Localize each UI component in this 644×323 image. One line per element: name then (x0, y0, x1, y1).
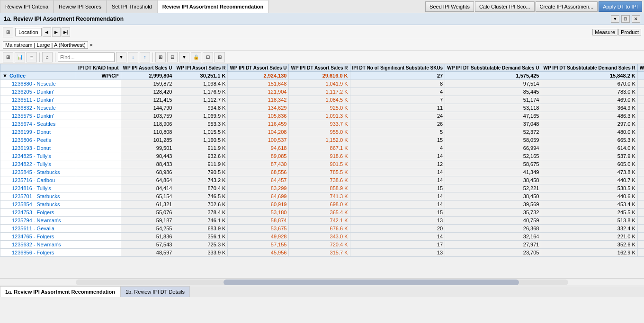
cell-name: 1234825 - Tully's (0, 152, 76, 160)
cell-value: 11 (350, 104, 445, 112)
horizontal-scrollbar[interactable] (0, 278, 644, 286)
cell-name: 1236511 - Dunkin' (0, 96, 76, 104)
cell-value: 41,349 (445, 168, 541, 176)
product-button[interactable]: Product (618, 29, 641, 35)
divider1 (39, 52, 40, 62)
cell-value: 58,675 (445, 160, 541, 168)
col-header-3: WP IPI DT Assort Sales R (289, 64, 350, 72)
tab-review-ipi-assortment[interactable]: Review IPI Assortment Recommendation (157, 0, 269, 13)
cell-value: 27,971 (445, 241, 541, 249)
filter-tag: Mainstream | Large | A (Northwest) (3, 41, 88, 49)
bottom-tab-1b[interactable]: 1b. Review IPI DT Details (120, 286, 190, 297)
cell-value: 58,874 (228, 217, 289, 225)
section-title: 1a. Review IPI Assortment Recommendation (4, 16, 124, 22)
table-row: 1236880 - Nescafe159,8721,098.4 K151,648… (0, 80, 644, 88)
table-row: 1235845 - Starbucks68,986790.5 K68,55678… (0, 168, 644, 176)
cell-value: 2,999,804 (121, 72, 174, 80)
col-header-1: WP IPI Assort Sales R (174, 64, 228, 72)
cell-input (76, 225, 121, 233)
top-tab-bar: Review IPI Criteria Review IPI Scores Se… (0, 0, 644, 13)
cell-value: 440.7 K (541, 176, 637, 184)
cell-value: 15 (350, 209, 445, 217)
tab-set-ipi-threshold[interactable]: Set IPI Threshold (107, 0, 157, 13)
seed-ipi-weights-button[interactable]: Seed IPI Weights (425, 1, 474, 12)
scrollbar-thumb[interactable] (224, 279, 519, 285)
cell-value: 1,575,425 (445, 72, 541, 80)
close-button[interactable]: ✕ (632, 15, 640, 23)
cell-value: 144,790 (121, 104, 174, 112)
find-input[interactable] (58, 52, 115, 62)
tb2-bar-button[interactable]: ≡ (27, 52, 37, 62)
nav-next-button[interactable]: ▶ (52, 27, 61, 37)
find-down-button[interactable]: ↓ (128, 52, 138, 62)
cell-input (76, 241, 121, 249)
tb2-grid-button[interactable]: ⊞ (3, 52, 13, 62)
cell-input (76, 184, 121, 192)
cell-value: 37,048 (445, 120, 541, 128)
apply-dt-button[interactable]: Apply DT to IPI (599, 1, 642, 12)
tb2-chart-button[interactable]: 📊 (15, 52, 25, 62)
cell-value: 58,059 (445, 136, 541, 144)
measure-button[interactable]: Measure (592, 29, 617, 35)
cell-value: 469.0 K (541, 96, 637, 104)
cell-name: 1235611 - Gevalia (0, 225, 76, 233)
location-label: Location (15, 28, 42, 36)
cell-value: 44.6 % (637, 112, 644, 120)
filter-remove[interactable]: × (90, 42, 93, 48)
tb2-filter-button[interactable]: ▼ (179, 52, 189, 62)
cell-input (76, 192, 121, 201)
cell-value: 738.6 K (289, 176, 350, 184)
cell-name: 1235674 - Seattles (0, 120, 76, 128)
grid-view-button[interactable]: ⊞ (3, 27, 13, 37)
tb2-home-button[interactable]: ⌂ (42, 52, 53, 62)
bottom-tab-1a[interactable]: 1a. Review IPI Assortment Recommendation (0, 286, 120, 297)
cell-name: 1236856 - Folgers (0, 249, 76, 257)
cell-value: 64,699 (228, 192, 289, 201)
tb2-lock-button[interactable]: 🔒 (191, 52, 201, 62)
cell-value: 4 (350, 144, 445, 152)
cell-value: 104,208 (228, 128, 289, 136)
cell-value: 13 (350, 249, 445, 257)
cell-value: 1,176.9 K (174, 88, 228, 96)
tb2-collapse-button[interactable]: ⊟ (167, 52, 178, 62)
find-dropdown-button[interactable]: ▼ (116, 52, 126, 62)
tb2-expand-button[interactable]: ⊞ (155, 52, 166, 62)
find-up-button[interactable]: ↑ (140, 52, 150, 62)
cell-name: 1234822 - Tully's (0, 160, 76, 168)
tb2-btn2[interactable]: ⊞ (215, 52, 225, 62)
detach-button[interactable]: ⊡ (621, 15, 630, 23)
cell-value: 39,569 (445, 201, 541, 209)
nav-last-button[interactable]: ▶| (62, 27, 70, 37)
cell-value: 84,414 (121, 184, 174, 192)
calc-cluster-button[interactable]: Calc Cluster IPI Sco... (475, 1, 535, 12)
table-row: 1235794 - Newman's59,187746.1 K58,874742… (0, 217, 644, 225)
collapse-button[interactable]: ▼ (611, 15, 619, 23)
cell-value: 918.6 K (289, 152, 350, 160)
tb2-btn1[interactable]: ⊡ (203, 52, 213, 62)
table-row: ▼CoffeeWP/CP2,999,80430,251.1 K2,924,130… (0, 72, 644, 80)
cell-value: 83,299 (228, 184, 289, 192)
col-header-name (0, 64, 76, 72)
bottom-tab-bar: 1a. Review IPI Assortment Recommendation… (0, 286, 644, 297)
tab-review-ipi-criteria[interactable]: Review IPI Criteria (0, 0, 54, 13)
cell-value: 57,155 (228, 241, 289, 249)
cell-value: 32,164 (445, 233, 541, 241)
table-row: 1234765 - Folgers51,836356.1 K49,928343.… (0, 233, 644, 241)
cell-value: 39.5 % (637, 104, 644, 112)
nav-prev-button[interactable]: ◀ (43, 27, 51, 37)
cell-value: 440.6 K (541, 192, 637, 201)
create-ipi-assortment-button[interactable]: Create IPI Assortmen... (536, 1, 598, 12)
col-header-5: WP IPI DT Substitutable Demand Sales U (445, 64, 541, 72)
cell-value: 2,924,130 (228, 72, 289, 80)
cell-value: 53,180 (228, 209, 289, 217)
table-row: 1235575 - Dunkin'103,7591,069.9 K105,836… (0, 112, 644, 120)
col-header-7: WP IPI Demand Transferred % (637, 64, 644, 72)
cell-value: 5 (350, 128, 445, 136)
data-table-container[interactable]: IPI DT K/A/D Input WP IPI Assort Sales U… (0, 64, 644, 278)
tab-review-ipi-scores[interactable]: Review IPI Scores (54, 0, 107, 13)
cell-input (76, 80, 121, 88)
cell-value: 725.3 K (174, 241, 228, 249)
cell-input (76, 201, 121, 209)
table-row: 1236205 - Dunkin'128,4201,176.9 K121,904… (0, 88, 644, 96)
cell-name: 1236205 - Dunkin' (0, 88, 76, 96)
